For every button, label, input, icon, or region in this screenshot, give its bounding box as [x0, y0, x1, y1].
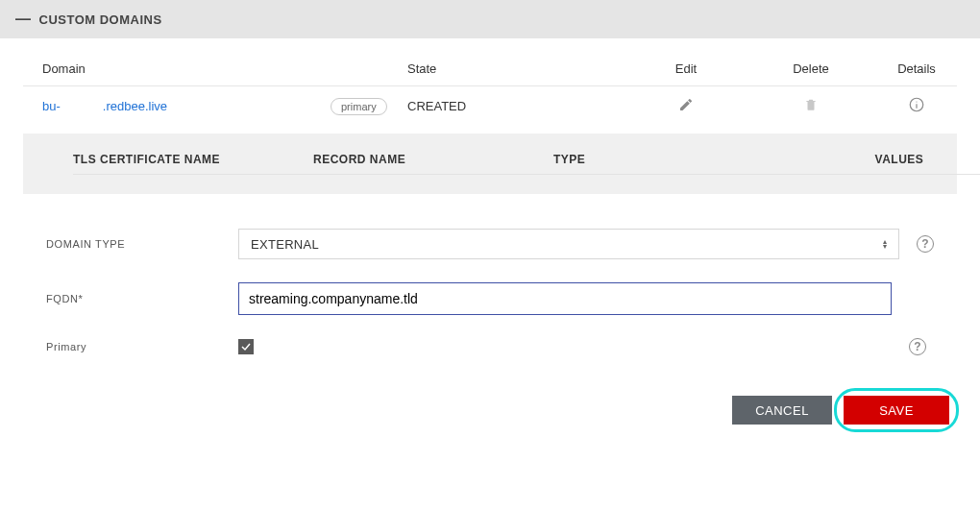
domain-type-select[interactable]: EXTERNAL ▴▾	[238, 229, 899, 259]
col-edit: Edit	[609, 61, 763, 76]
help-icon[interactable]: ?	[909, 338, 926, 355]
chevron-updown-icon: ▴▾	[883, 239, 887, 249]
fqdn-input[interactable]	[238, 282, 892, 315]
table-row: bu-.redbee.live primary CREATED	[23, 86, 957, 134]
domains-table-header: Domain State Edit Delete Details	[23, 38, 957, 86]
help-icon[interactable]: ?	[917, 235, 934, 253]
cancel-button[interactable]: CANCEL	[732, 396, 832, 425]
primary-label: Primary	[46, 341, 238, 352]
redacted-segment	[61, 103, 103, 112]
trash-icon[interactable]	[804, 101, 818, 115]
save-button[interactable]: SAVE	[844, 396, 949, 425]
primary-checkbox[interactable]	[238, 339, 254, 354]
edit-icon[interactable]	[678, 101, 694, 115]
col-delete: Delete	[763, 61, 859, 76]
section-header[interactable]: — CUSTOM DOMAINS	[0, 0, 980, 38]
domain-form: DOMAIN TYPE EXTERNAL ▴▾ ? FQDN* Primary	[23, 194, 957, 367]
col-tls: TLS CERTIFICATE NAME	[73, 153, 313, 175]
col-type: TYPE	[553, 153, 794, 175]
col-state: State	[407, 61, 609, 76]
domain-type-label: DOMAIN TYPE	[46, 238, 238, 250]
col-values: VALUES	[794, 153, 980, 175]
svg-point-2	[916, 101, 917, 102]
col-record: RECORD NAME	[313, 153, 553, 175]
col-domain: Domain	[42, 61, 407, 76]
section-title: CUSTOM DOMAINS	[39, 12, 162, 27]
fqdn-label: FQDN*	[46, 293, 238, 304]
domain-link[interactable]: bu-.redbee.live	[42, 99, 167, 113]
collapse-icon: —	[15, 12, 32, 27]
dns-subtable-header: TLS CERTIFICATE NAME RECORD NAME TYPE VA…	[23, 134, 957, 194]
domain-type-value: EXTERNAL	[251, 237, 319, 252]
form-actions: CANCEL SAVE	[0, 367, 980, 448]
primary-badge: primary	[331, 98, 387, 115]
col-details: Details	[859, 61, 974, 76]
info-icon[interactable]	[908, 102, 925, 116]
state-cell: CREATED	[407, 99, 609, 113]
